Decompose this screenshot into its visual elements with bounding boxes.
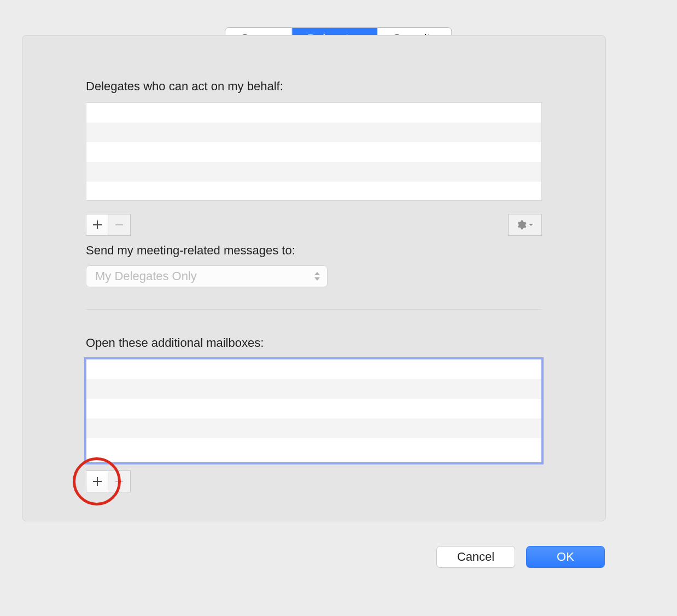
minus-icon bbox=[114, 476, 124, 486]
list-item bbox=[86, 399, 541, 419]
mailboxes-list[interactable] bbox=[86, 359, 542, 463]
remove-delegate-button[interactable] bbox=[108, 214, 130, 235]
cancel-button[interactable]: Cancel bbox=[436, 546, 515, 568]
delegates-list[interactable] bbox=[86, 102, 542, 201]
delegates-label: Delegates who can act on my behalf: bbox=[86, 79, 542, 94]
list-item bbox=[86, 162, 541, 182]
svg-rect-1 bbox=[115, 481, 123, 482]
list-item bbox=[86, 142, 541, 162]
list-item bbox=[86, 419, 541, 438]
divider bbox=[86, 309, 542, 310]
meeting-messages-label: Send my meeting-related messages to: bbox=[86, 243, 542, 258]
meeting-messages-value: My Delegates Only bbox=[95, 269, 197, 283]
settings-panel: Delegates who can act on my behalf: bbox=[22, 35, 606, 521]
updown-icon bbox=[314, 272, 320, 281]
add-mailbox-button[interactable] bbox=[86, 471, 108, 492]
footer-buttons: Cancel OK bbox=[436, 546, 605, 568]
gear-icon bbox=[516, 219, 527, 230]
minus-icon bbox=[114, 220, 124, 230]
list-item bbox=[86, 182, 541, 201]
chevron-down-icon bbox=[528, 222, 534, 228]
remove-mailbox-button[interactable] bbox=[108, 471, 130, 492]
delegate-options-menu[interactable] bbox=[508, 214, 542, 236]
list-item bbox=[86, 359, 541, 379]
mailboxes-stepper bbox=[86, 470, 131, 492]
svg-rect-0 bbox=[115, 224, 123, 225]
add-delegate-button[interactable] bbox=[86, 214, 108, 235]
plus-icon bbox=[92, 220, 102, 230]
mailboxes-label: Open these additional mailboxes: bbox=[86, 336, 542, 350]
list-item bbox=[86, 379, 541, 399]
list-item bbox=[86, 123, 541, 142]
list-item bbox=[86, 438, 541, 458]
plus-icon bbox=[92, 476, 102, 486]
delegates-stepper bbox=[86, 214, 131, 236]
ok-button[interactable]: OK bbox=[526, 546, 605, 568]
list-item bbox=[86, 103, 541, 123]
meeting-messages-select[interactable]: My Delegates Only bbox=[86, 265, 328, 287]
